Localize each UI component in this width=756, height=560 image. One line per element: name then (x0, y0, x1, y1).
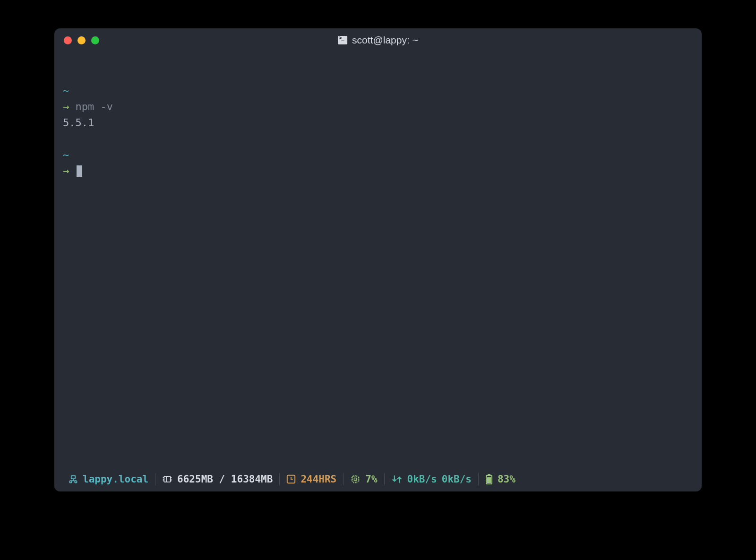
window-title-text: scott@lappy: ~ (352, 34, 418, 46)
battery-text: 83% (498, 474, 515, 485)
terminal-icon (338, 36, 347, 44)
memory-segment: 6625MB / 16384MB (155, 473, 279, 486)
svg-rect-14 (352, 476, 358, 482)
host-text: lappy.local (83, 474, 148, 485)
separator (155, 473, 155, 485)
traffic-lights (54, 36, 99, 44)
command-text: npm -v (76, 101, 113, 112)
battery-icon (485, 474, 493, 484)
net-down-text: 0kB/s (407, 474, 437, 485)
prompt-line: → (63, 163, 693, 179)
host-segment: lappy.local (62, 473, 155, 486)
cursor (77, 165, 82, 177)
separator (384, 473, 385, 485)
battery-segment: 83% (479, 473, 522, 486)
svg-rect-5 (164, 476, 171, 482)
cpu-text: 7% (365, 474, 377, 485)
terminal-window: scott@lappy: ~ ~ → npm -v 5.5.1 ~ → lapp… (54, 28, 702, 491)
memory-text: 6625MB / 16384MB (177, 474, 273, 485)
close-button[interactable] (64, 36, 72, 44)
cwd-tilde: ~ (63, 149, 69, 161)
network-icon (69, 474, 78, 484)
network-segment: 0kB/s 0kB/s (385, 473, 478, 486)
svg-rect-0 (71, 476, 75, 479)
statusbar: lappy.local 6625MB / 16384MB (54, 471, 702, 491)
command-output: 5.5.1 (63, 115, 693, 131)
prompt-path: ~ (63, 83, 693, 99)
maximize-button[interactable] (91, 36, 99, 44)
uptime-segment: 244HRS (280, 473, 343, 486)
net-up-text: 0kB/s (442, 474, 472, 485)
prompt-arrow: → (63, 101, 69, 112)
cwd-tilde: ~ (63, 85, 69, 96)
separator (279, 473, 280, 485)
terminal-body[interactable]: ~ → npm -v 5.5.1 ~ → (54, 52, 702, 471)
uptime-text: 244HRS (301, 474, 336, 485)
window-title: scott@lappy: ~ (338, 34, 418, 46)
separator (478, 473, 479, 485)
prompt-arrow: → (63, 165, 69, 177)
minimize-button[interactable] (77, 36, 86, 44)
cpu-segment: 7% (344, 473, 384, 486)
prompt-path: ~ (63, 147, 693, 163)
svg-rect-15 (354, 478, 357, 480)
separator (343, 473, 344, 485)
titlebar[interactable]: scott@lappy: ~ (54, 28, 702, 52)
cpu-icon (350, 474, 361, 484)
svg-rect-3 (70, 481, 72, 482)
svg-rect-4 (75, 481, 77, 482)
svg-rect-30 (487, 477, 491, 483)
net-transfer-icon (391, 474, 403, 484)
memory-icon (162, 474, 172, 484)
clock-icon (286, 474, 296, 484)
prompt-line: → npm -v (63, 99, 693, 115)
